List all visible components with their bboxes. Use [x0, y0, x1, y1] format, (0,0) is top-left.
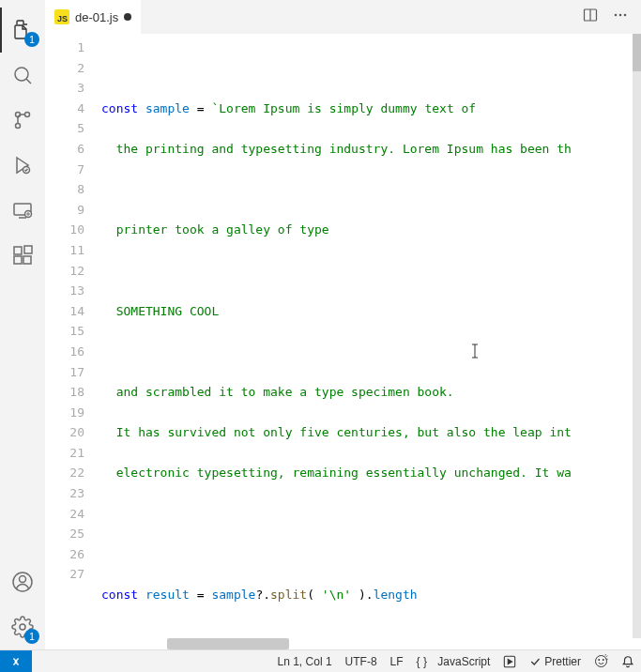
svg-rect-11	[24, 246, 32, 253]
tab-bar: JS de-01.js	[45, 0, 641, 34]
dirty-indicator-icon	[124, 13, 131, 21]
horizontal-scrollbar[interactable]	[45, 638, 641, 649]
notifications-icon[interactable]	[615, 655, 641, 668]
line-number-gutter: 1 2 3 4 5 6 7 8 9 10 11 12 13 14 15 16 1…	[45, 34, 101, 638]
prettier-status[interactable]: Prettier	[523, 655, 588, 668]
braces-icon: { }	[417, 655, 427, 668]
svg-rect-9	[14, 256, 22, 264]
settings-badge: 1	[24, 629, 39, 644]
horizontal-scroll-thumb[interactable]	[167, 638, 289, 649]
svg-point-13	[20, 576, 26, 583]
minimap-thumb[interactable]	[633, 34, 641, 71]
svg-rect-8	[14, 247, 22, 254]
svg-point-21	[596, 656, 607, 667]
feedback-icon[interactable]	[588, 654, 615, 668]
main-row: 1 1 JS de-01.js	[0, 0, 641, 649]
source-control-icon[interactable]	[0, 98, 45, 143]
remote-explorer-icon[interactable]	[0, 188, 45, 233]
run-button[interactable]	[496, 655, 523, 668]
code-content[interactable]: const sample = `Lorem Ipsum is simply du…	[101, 34, 641, 638]
split-editor-icon[interactable]	[579, 4, 602, 30]
cursor-position[interactable]: Ln 1, Col 1	[271, 655, 339, 668]
svg-point-4	[16, 124, 21, 129]
language-mode[interactable]: { } JavaScript	[410, 655, 497, 668]
explorer-icon[interactable]: 1	[0, 8, 45, 53]
extensions-icon[interactable]	[0, 233, 45, 278]
svg-point-2	[25, 113, 30, 117]
accounts-icon[interactable]	[0, 559, 45, 604]
tab-actions	[579, 4, 641, 30]
status-bar: Ln 1, Col 1 UTF-8 LF { } JavaScript Pret…	[0, 649, 641, 672]
settings-icon[interactable]: 1	[0, 604, 45, 649]
activity-bar: 1 1	[0, 0, 45, 649]
eol[interactable]: LF	[384, 655, 410, 668]
run-debug-icon[interactable]	[0, 143, 45, 188]
svg-point-18	[619, 14, 622, 17]
tab-filename: de-01.js	[75, 10, 118, 24]
tab-file[interactable]: JS de-01.js	[45, 0, 141, 34]
svg-rect-10	[23, 256, 31, 264]
editor-area[interactable]: 1 2 3 4 5 6 7 8 9 10 11 12 13 14 15 16 1…	[45, 34, 641, 638]
minimap-scrollbar[interactable]	[633, 34, 641, 638]
svg-point-23	[603, 659, 603, 660]
remote-window-button[interactable]	[0, 650, 32, 673]
svg-point-19	[624, 14, 627, 17]
svg-point-14	[20, 624, 25, 630]
svg-point-22	[599, 659, 600, 660]
svg-point-17	[615, 14, 618, 17]
search-icon[interactable]	[0, 53, 45, 98]
svg-point-0	[15, 68, 28, 81]
more-actions-icon[interactable]	[609, 4, 632, 30]
editor-column: JS de-01.js 1 2 3 4 5 6 7	[45, 0, 641, 649]
explorer-badge: 1	[24, 32, 39, 47]
svg-line-1	[26, 79, 31, 84]
encoding[interactable]: UTF-8	[339, 655, 384, 668]
js-icon: JS	[54, 9, 69, 24]
